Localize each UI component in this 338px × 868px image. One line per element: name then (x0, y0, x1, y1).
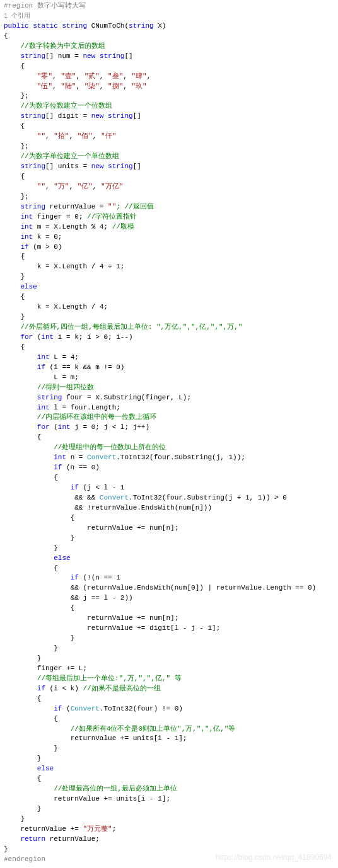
op: && (83, 494, 99, 501)
stmt: returnValue += num[n]; (87, 614, 178, 622)
keyword: new (91, 163, 104, 170)
comment: //每组最后加上一个单位:",万,",",亿," 等 (37, 675, 182, 682)
comment: //处理组中的每一位数加上所在的位 (54, 443, 166, 451)
string: "肆" (131, 72, 146, 80)
cond: (m > 0) (29, 243, 62, 251)
keyword: new (91, 112, 104, 120)
comment: //取模 (112, 223, 134, 231)
type: Convert (100, 494, 129, 501)
keyword: string (100, 52, 125, 60)
var: [] digit = (45, 112, 91, 120)
param: X) (154, 22, 166, 30)
string: "伍" (37, 83, 52, 90)
keyword: int (37, 404, 50, 411)
keyword: for (37, 423, 50, 431)
keyword: int (20, 233, 33, 241)
comment: //得到一组四位数 (37, 384, 94, 391)
comment: //字符位置指针 (87, 213, 137, 220)
suffix: [] (133, 112, 141, 120)
string: "万" (54, 183, 69, 190)
cond: (n == 0) (62, 464, 99, 471)
keyword: string (20, 203, 45, 210)
keyword: int (20, 223, 33, 231)
string: "仟" (101, 132, 116, 140)
stmt: finger += L; (37, 665, 87, 672)
keyword: if (37, 685, 45, 692)
keyword: if (71, 484, 79, 491)
string: "捌" (108, 83, 123, 90)
cond: (j < l - 1 (79, 484, 125, 491)
var: returnValue = (45, 203, 108, 210)
comment: //为数字位数建立一个位数组 (20, 102, 112, 110)
keyword: string (20, 52, 45, 60)
var: l = four.Length; (50, 404, 120, 411)
keyword: public (4, 22, 29, 30)
code-block: #region 数字小写转大写 1 个引用 public static stri… (4, 1, 334, 865)
stmt: returnValue += units[i - 1]; (71, 734, 187, 742)
suffix: [] (124, 52, 132, 60)
string: "亿" (78, 183, 93, 190)
keyword: string (62, 22, 87, 30)
comment: //数字转换为中文后的数组 (20, 42, 105, 50)
var: [] num = (45, 52, 83, 60)
keyword: int (37, 353, 50, 361)
keyword: static (33, 22, 58, 30)
keyword: int (58, 423, 71, 431)
keyword: if (54, 705, 62, 712)
comment: //如果不是最高位的一组 (83, 685, 160, 692)
keyword: int (20, 213, 33, 220)
string: "柒" (84, 83, 100, 90)
var: L = 4; (50, 353, 79, 361)
call: .ToInt32(four) != 0) (100, 705, 183, 712)
var: n = (66, 454, 87, 461)
keyword: string (20, 163, 45, 170)
keyword: for (20, 333, 33, 341)
keyword: string (37, 394, 62, 401)
for-cond: i = k; i > 0; i--) (54, 333, 132, 341)
comment: ; //返回值 (116, 203, 153, 210)
stmt: k = X.Length / 4; (37, 303, 108, 311)
brace: } (4, 845, 8, 853)
cond: (i == k && m != 0) (45, 363, 124, 371)
keyword: else (37, 765, 54, 772)
region-end: #endregion (4, 855, 45, 863)
stmt: L = m; (54, 374, 79, 381)
keyword: else (20, 283, 37, 290)
string: "" (37, 132, 45, 140)
comment: //为数字单位建立一个单位数组 (20, 152, 119, 160)
string: "万元整" (83, 825, 112, 833)
var: four = X.Substring(finger, L); (62, 394, 191, 401)
comment: //外层循环,四位一组,每组最后加上单位: ",万亿,",",亿,",",万," (20, 323, 242, 331)
type: Convert (71, 705, 100, 712)
keyword: else (54, 554, 70, 562)
string: "" (108, 203, 116, 210)
keyword: if (54, 464, 62, 471)
call: .ToInt32(four.Substring(j, 1)); (116, 454, 245, 461)
string: "壹" (61, 72, 76, 80)
keyword: string (129, 22, 154, 30)
var: [] units = (45, 163, 91, 170)
keyword: new (83, 52, 95, 60)
string: "陆" (61, 83, 76, 90)
stmt: returnValue; (45, 835, 100, 843)
method-name: CNumToCh( (87, 22, 129, 30)
string: "" (37, 183, 45, 190)
cond: (i < k) (45, 685, 83, 692)
stmt: returnValue += digit[l - j - 1]; (87, 624, 220, 632)
string: "万亿" (101, 183, 123, 190)
cond: && !returnValue.EndsWith(num[n])) (71, 504, 212, 511)
comment: //如果所有4位不全是0则加上单位",万,",",亿,"等 (71, 725, 236, 733)
keyword: string (108, 112, 133, 120)
type: Convert (87, 454, 116, 461)
keyword: if (20, 243, 28, 251)
reference-count[interactable]: 1 个引用 (4, 13, 30, 20)
stmt: returnValue += units[i - 1]; (54, 795, 170, 802)
stmt: returnValue += (20, 825, 83, 833)
string: "玖" (131, 83, 146, 90)
string: "叁" (108, 72, 123, 80)
stmt: returnValue += num[n]; (87, 524, 178, 532)
string: "零" (37, 72, 52, 80)
var: finger = 0; (33, 213, 87, 220)
brace: { (4, 32, 8, 40)
comment: //处理最高位的一组,最后必须加上单位 (54, 785, 177, 792)
